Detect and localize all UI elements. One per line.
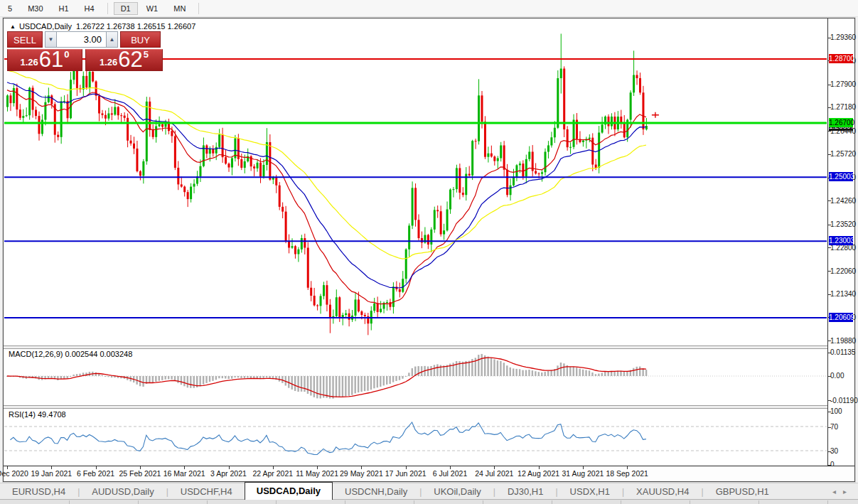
timeframe-button-h1[interactable]: H1 xyxy=(52,2,76,15)
macd-value-main: 0.002544 xyxy=(65,350,97,358)
macd-tick-label: 0.01135 xyxy=(830,348,855,356)
toolbar-separator xyxy=(107,3,108,14)
buy-button[interactable]: BUY xyxy=(120,31,161,48)
strip-divider xyxy=(690,500,690,504)
strip-divider xyxy=(552,500,552,504)
volume-increase-button[interactable]: ▲ xyxy=(106,31,118,48)
strip-divider xyxy=(138,500,139,504)
date-axis[interactable]: 30 Dec 202019 Jan 20216 Feb 202125 Feb 2… xyxy=(4,466,854,481)
macd-pane-splitter[interactable] xyxy=(4,345,828,349)
symbol-tabbar: EURUSD,H4|AUDUSD,Daily|USDCHF,H4USDCAD,D… xyxy=(0,483,858,500)
hline-price-badge: 1.28700 xyxy=(829,54,853,63)
rsi-tick-label: 30 xyxy=(830,447,838,455)
hline-price-badge: 1.26700 xyxy=(829,118,853,127)
tab-dj30[interactable]: DJ30,H1 xyxy=(495,484,556,500)
price-tick-label: 1.22060 xyxy=(830,267,856,275)
macd-label: MACD(12,26,9) xyxy=(9,350,63,358)
tab-audusd[interactable]: AUDUSD,Daily xyxy=(80,484,166,500)
timeframe-button-d1[interactable]: D1 xyxy=(114,2,138,15)
macd-tick-label: -0.01190 xyxy=(830,397,858,404)
strip-divider xyxy=(827,500,828,504)
tab-usdcnh[interactable]: USDCNH,Daily xyxy=(333,484,419,500)
price-tick-label: 1.24260 xyxy=(830,197,856,205)
price-tick-label: 1.23520 xyxy=(830,220,856,228)
date-label: 18 Sep 2021 xyxy=(597,469,657,478)
tab-ukoil[interactable]: UKOil,Daily xyxy=(422,484,493,500)
price-tick-label: 1.19880 xyxy=(830,337,856,345)
chart-title: ▲USDCAD,Daily 1.26722 1.26738 1.26515 1.… xyxy=(10,22,195,31)
collapse-panel-icon[interactable]: ▲ xyxy=(10,23,16,30)
timeframe-button-5[interactable]: 5 xyxy=(1,2,19,15)
rsi-pane-splitter[interactable] xyxy=(4,405,828,409)
strip-divider xyxy=(758,500,759,504)
chart-symbol-label: USDCAD,Daily xyxy=(19,22,72,31)
price-tick-label: 1.21340 xyxy=(830,290,856,298)
price-tick-label: 1.29360 xyxy=(830,33,856,41)
buy-price-pip: 5 xyxy=(144,49,149,60)
timeframe-button-mn[interactable]: MN xyxy=(166,2,193,15)
price-tick-label: 1.27900 xyxy=(830,80,856,88)
tab-eurusd[interactable]: EURUSD,H4 xyxy=(0,484,77,500)
tab-gbpusd[interactable]: GBPUSD,H1 xyxy=(704,484,781,500)
timeframe-button-m30[interactable]: M30 xyxy=(21,2,50,15)
sell-price-pip: 0 xyxy=(64,49,69,60)
bottom-strip xyxy=(0,499,858,504)
macd-tick-label: 0.00 xyxy=(830,372,844,380)
toolbar-separator xyxy=(198,3,199,14)
tab-usdchf[interactable]: USDCHF,H4 xyxy=(168,484,245,500)
rsi-header: RSI(14) 49.4708 xyxy=(9,410,66,419)
price-scale[interactable]: 1.293601.286401.279001.271801.264401.257… xyxy=(828,18,854,466)
buy-price-big: 62 xyxy=(118,50,142,70)
one-click-trade-panel: SELL ▼ 3.00 ▲ BUY 1.26 61 0 1.26 62 5 xyxy=(7,31,163,71)
sell-button[interactable]: SELL xyxy=(7,31,43,48)
rsi-label: RSI(14) xyxy=(9,410,36,419)
strip-divider xyxy=(69,500,70,504)
tab-xauusd[interactable]: XAUUSD,H4 xyxy=(624,484,701,500)
strip-divider xyxy=(207,500,208,504)
timeframe-toolbar: 5M30H1H4D1W1MN xyxy=(0,0,858,17)
chart-window xyxy=(3,18,855,482)
hline-price-badge: 1.20609 xyxy=(829,313,853,322)
rsi-tick-label: 100 xyxy=(830,407,842,415)
volume-input[interactable]: 3.00 xyxy=(57,31,106,48)
rsi-tick-label: 70 xyxy=(830,423,838,431)
ohlc-open: 1.26722 xyxy=(76,22,104,31)
price-tick-label: 1.27180 xyxy=(830,103,856,111)
price-tick-label: 1.25720 xyxy=(830,150,856,158)
ohlc-close: 1.26607 xyxy=(168,22,196,31)
macd-value-signal: 0.003248 xyxy=(100,350,132,358)
sell-price-big: 61 xyxy=(39,50,63,70)
timeframe-button-h4[interactable]: H4 xyxy=(77,2,102,15)
ohlc-high: 1.26738 xyxy=(107,22,135,31)
sell-price-prefix: 1.26 xyxy=(20,57,38,68)
buy-price-button[interactable]: 1.26 62 5 xyxy=(85,49,163,71)
strip-divider xyxy=(414,500,414,504)
sell-price-button[interactable]: 1.26 61 0 xyxy=(7,49,82,71)
buy-price-prefix: 1.26 xyxy=(100,57,117,68)
strip-divider xyxy=(345,500,345,504)
timeframe-button-w1[interactable]: W1 xyxy=(139,2,166,15)
hline-price-badge: 1.23003 xyxy=(829,236,853,245)
ohlc-low: 1.26515 xyxy=(137,22,166,31)
strip-divider xyxy=(621,500,621,504)
strip-divider xyxy=(483,500,483,504)
volume-decrease-button[interactable]: ▼ xyxy=(45,31,57,48)
rsi-value: 49.4708 xyxy=(38,410,66,419)
price-scale-border xyxy=(827,18,828,466)
tab-usdx[interactable]: USDX,H1 xyxy=(558,484,622,500)
hline-price-badge: 1.25003 xyxy=(829,172,853,181)
volume-stepper: ▼ 3.00 ▲ xyxy=(45,31,118,48)
strip-divider xyxy=(276,500,277,504)
macd-header: MACD(12,26,9) 0.002544 0.003248 xyxy=(9,350,132,358)
tab-usdcad[interactable]: USDCAD,Daily xyxy=(245,482,333,500)
tab-scroll-arrows[interactable]: ◂▸ xyxy=(832,488,854,495)
